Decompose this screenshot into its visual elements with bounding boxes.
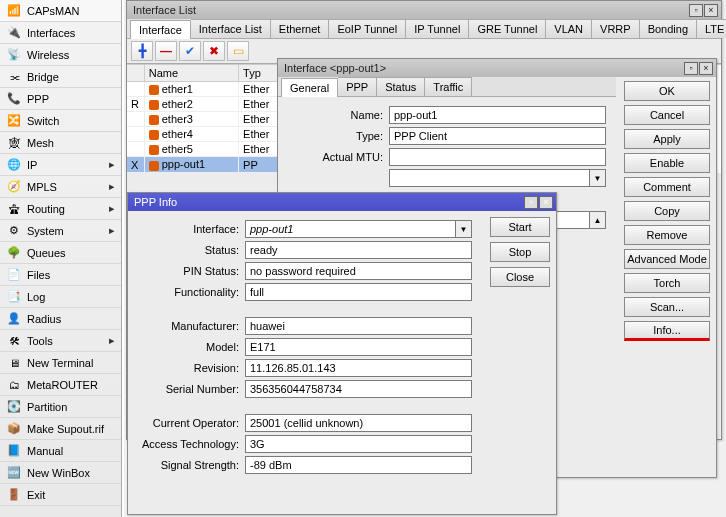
- window-restore-button[interactable]: ▫: [524, 196, 538, 209]
- interface-icon: [149, 130, 159, 140]
- sidebar-item-make-supout-rif[interactable]: 📦Make Supout.rif: [0, 418, 121, 440]
- extra-dropdown-1[interactable]: [389, 169, 590, 187]
- table-row[interactable]: Xppp-out1PP: [127, 157, 281, 172]
- sidebar-item-interfaces[interactable]: 🔌Interfaces: [0, 22, 121, 44]
- table-row[interactable]: ether5Ether: [127, 142, 281, 157]
- tab-status[interactable]: Status: [377, 77, 425, 96]
- sidebar-item-wireless[interactable]: 📡Wireless: [0, 44, 121, 66]
- new terminal-icon: 🖥: [6, 355, 22, 371]
- interface-icon: [149, 85, 159, 95]
- close-button[interactable]: Close: [490, 267, 550, 287]
- comment-button[interactable]: ▭: [227, 41, 249, 61]
- tab-eoip-tunnel[interactable]: EoIP Tunnel: [329, 19, 406, 38]
- ppp-icon: 📞: [6, 91, 22, 107]
- scan--button[interactable]: Scan...: [624, 297, 710, 317]
- switch-icon: 🔀: [6, 113, 22, 129]
- sidebar-item-manual[interactable]: 📘Manual: [0, 440, 121, 462]
- enable-button[interactable]: Enable: [624, 153, 710, 173]
- remove-button[interactable]: —: [155, 41, 177, 61]
- window-close-button[interactable]: ×: [699, 62, 713, 75]
- log-icon: 📑: [6, 289, 22, 305]
- cell-name: ppp-out1: [144, 157, 238, 172]
- chevron-down-icon[interactable]: ▼: [456, 220, 472, 238]
- info--button[interactable]: Info...: [624, 321, 710, 341]
- window-restore-button[interactable]: ▫: [689, 4, 703, 17]
- remove-button[interactable]: Remove: [624, 225, 710, 245]
- sidebar-item-radius[interactable]: 👤Radius: [0, 308, 121, 330]
- ok-button[interactable]: OK: [624, 81, 710, 101]
- titlebar-interface-list[interactable]: Interface List ▫ ×: [127, 1, 721, 19]
- table-row[interactable]: ether1Ether: [127, 82, 281, 97]
- sidebar-item-ppp[interactable]: 📞PPP: [0, 88, 121, 110]
- new winbox-icon: 🆕: [6, 465, 22, 481]
- sidebar-item-switch[interactable]: 🔀Switch: [0, 110, 121, 132]
- advanced-mode-button[interactable]: Advanced Mode: [624, 249, 710, 269]
- sidebar-item-routing[interactable]: 🛣Routing▸: [0, 198, 121, 220]
- titlebar-interface-props[interactable]: Interface <ppp-out1> ▫ ×: [278, 59, 716, 77]
- sidebar-item-label: Queues: [27, 247, 117, 259]
- enable-button[interactable]: ✔: [179, 41, 201, 61]
- tab-interface-list[interactable]: Interface List: [191, 19, 271, 38]
- row-name: Name:: [284, 106, 606, 124]
- sidebar-item-new-winbox[interactable]: 🆕New WinBox: [0, 462, 121, 484]
- chevron-down-icon[interactable]: ▼: [590, 169, 606, 187]
- sidebar-item-tools[interactable]: 🛠Tools▸: [0, 330, 121, 352]
- tab-general[interactable]: General: [281, 78, 338, 97]
- col-name[interactable]: Name: [144, 65, 238, 82]
- sidebar-item-files[interactable]: 📄Files: [0, 264, 121, 286]
- spinner-up-icon[interactable]: ▲: [590, 211, 606, 229]
- apply-button[interactable]: Apply: [624, 129, 710, 149]
- sidebar-item-label: Routing: [27, 203, 109, 215]
- comment-button[interactable]: Comment: [624, 177, 710, 197]
- sidebar-item-metarouter[interactable]: 🗂MetaROUTER: [0, 374, 121, 396]
- titlebar-ppp-info[interactable]: PPP Info ▫ ×: [128, 193, 556, 211]
- sidebar-item-label: MPLS: [27, 181, 109, 193]
- disable-button[interactable]: ✖: [203, 41, 225, 61]
- table-row[interactable]: ether3Ether: [127, 112, 281, 127]
- field-value[interactable]: ppp-out1: [245, 220, 456, 238]
- sidebar-item-mesh[interactable]: 🕸Mesh: [0, 132, 121, 154]
- tab-interface[interactable]: Interface: [130, 20, 191, 39]
- sidebar-item-ip[interactable]: 🌐IP▸: [0, 154, 121, 176]
- cell-type: Ether: [239, 82, 281, 97]
- name-field[interactable]: [389, 106, 606, 124]
- start-button[interactable]: Start: [490, 217, 550, 237]
- mpls-icon: 🧭: [6, 179, 22, 195]
- window-close-button[interactable]: ×: [704, 4, 718, 17]
- tab-traffic[interactable]: Traffic: [425, 77, 472, 96]
- sidebar-item-mpls[interactable]: 🧭MPLS▸: [0, 176, 121, 198]
- sidebar-item-system[interactable]: ⚙System▸: [0, 220, 121, 242]
- sidebar-item-queues[interactable]: 🌳Queues: [0, 242, 121, 264]
- sidebar-item-partition[interactable]: 💽Partition: [0, 396, 121, 418]
- tab-vlan[interactable]: VLAN: [546, 19, 592, 38]
- sidebar-item-label: Wireless: [27, 49, 117, 61]
- table-row[interactable]: Rether2Ether: [127, 97, 281, 112]
- torch-button[interactable]: Torch: [624, 273, 710, 293]
- tab-vrrp[interactable]: VRRP: [592, 19, 640, 38]
- cancel-button[interactable]: Cancel: [624, 105, 710, 125]
- copy-button[interactable]: Copy: [624, 201, 710, 221]
- cell-flag: [127, 142, 144, 157]
- window-ppp-info[interactable]: PPP Info ▫ × Interface:ppp-out1▼Status:r…: [127, 192, 557, 515]
- row-interface-: Interface:ppp-out1▼: [140, 220, 472, 238]
- tab-ppp[interactable]: PPP: [338, 77, 377, 96]
- tab-lte[interactable]: LTE: [697, 19, 726, 38]
- col-type[interactable]: Typ: [239, 65, 281, 82]
- window-close-button[interactable]: ×: [539, 196, 553, 209]
- sidebar-item-bridge[interactable]: ⫘Bridge: [0, 66, 121, 88]
- sidebar-item-exit[interactable]: 🚪Exit: [0, 484, 121, 506]
- table-row[interactable]: ether4Ether: [127, 127, 281, 142]
- sidebar-item-label: PPP: [27, 93, 117, 105]
- tab-ethernet[interactable]: Ethernet: [271, 19, 330, 38]
- stop-button[interactable]: Stop: [490, 242, 550, 262]
- tab-ip-tunnel[interactable]: IP Tunnel: [406, 19, 469, 38]
- field-value: 25001 (cellid unknown): [245, 414, 472, 432]
- tab-gre-tunnel[interactable]: GRE Tunnel: [469, 19, 546, 38]
- add-button[interactable]: ╋: [131, 41, 153, 61]
- sidebar-item-capsman[interactable]: 📶CAPsMAN: [0, 0, 121, 22]
- tab-bonding[interactable]: Bonding: [640, 19, 697, 38]
- sidebar-item-new-terminal[interactable]: 🖥New Terminal: [0, 352, 121, 374]
- sidebar-item-log[interactable]: 📑Log: [0, 286, 121, 308]
- col-flag[interactable]: [127, 65, 144, 82]
- window-restore-button[interactable]: ▫: [684, 62, 698, 75]
